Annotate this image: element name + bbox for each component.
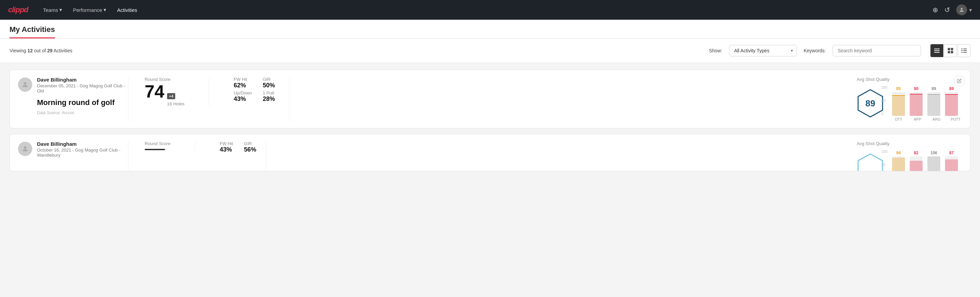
keywords-label: Keywords: xyxy=(804,48,826,53)
gir-label: GIR xyxy=(263,77,281,82)
fw-hit-section: FW Hit 62% xyxy=(234,77,251,89)
putt-fill xyxy=(945,95,958,116)
activity-card-2: Dave Billingham October 16, 2021 - Gog M… xyxy=(10,134,970,171)
updown-label: Up/Down xyxy=(234,90,251,96)
performance-label: Performance xyxy=(73,7,102,13)
ott-track xyxy=(892,92,905,116)
bar-putt: 89 xyxy=(945,86,958,116)
label-app: APP xyxy=(911,117,924,121)
round-score-section: Round Score 74 +4 18 Holes xyxy=(145,77,185,106)
keyword-input[interactable] xyxy=(833,45,921,56)
activities-label: Activities xyxy=(117,7,137,13)
shot-quality-label-2: Avg Shot Quality xyxy=(857,141,962,146)
shot-quality-wrap-2: Avg Shot Quality 100 xyxy=(857,141,962,171)
one-putt-label: 1 Putt xyxy=(263,90,281,96)
avatar xyxy=(956,5,967,15)
player-name-2: Dave Billingham xyxy=(37,141,132,147)
bars-container-2: 100 50 0 94 xyxy=(892,150,962,171)
score-wrap: 74 +4 18 Holes xyxy=(145,83,185,106)
activity-name: Morning round of golf xyxy=(37,98,132,107)
bar-app-2: 82 xyxy=(910,150,923,171)
fw-hit-value-2: 43% xyxy=(220,146,233,153)
bars-container: 100 50 0 85 xyxy=(892,85,962,116)
ott-fill xyxy=(892,96,905,116)
shot-quality-label: Avg Shot Quality xyxy=(857,77,962,82)
svg-rect-12 xyxy=(961,52,963,53)
edit-button[interactable] xyxy=(954,75,965,86)
viewing-total: 29 xyxy=(47,48,52,53)
svg-rect-4 xyxy=(948,48,950,50)
bar-putt-2: 87 xyxy=(945,150,958,171)
date-course: December 05, 2021 - Gog Magog Golf Club … xyxy=(37,83,132,93)
view-grid-button[interactable] xyxy=(944,44,957,57)
hexagon-value: 89 xyxy=(865,98,875,109)
bar-chart-2: 100 50 0 94 xyxy=(892,150,962,171)
bar-app: 90 xyxy=(910,86,923,116)
round-score-value: 74 xyxy=(145,83,164,100)
y-100: 100 xyxy=(881,85,887,89)
bar-chart: 100 50 0 85 xyxy=(892,85,962,121)
nav-link-performance[interactable]: Performance ▾ xyxy=(73,7,106,13)
app-value: 90 xyxy=(914,86,918,91)
card-stats: Round Score 74 +4 18 Holes FW Hit 62% xyxy=(137,77,281,106)
score-placeholder xyxy=(145,149,165,150)
activity-type-select[interactable]: All Activity Types xyxy=(729,45,797,56)
main-content: Dave Billingham December 05, 2021 - Gog … xyxy=(0,63,980,297)
svg-point-16 xyxy=(24,147,26,149)
one-putt-section: 1 Putt 28% xyxy=(263,90,281,103)
logo: clippd xyxy=(8,5,28,14)
round-score-label-2: Round Score xyxy=(145,141,170,146)
svg-rect-8 xyxy=(961,49,963,49)
fw-hit-section-2: FW Hit 43% xyxy=(220,141,233,153)
user-chevron-icon: ▾ xyxy=(969,7,972,13)
holes-label: 18 Holes xyxy=(167,101,185,106)
nav-link-activities[interactable]: Activities xyxy=(117,7,137,13)
svg-point-0 xyxy=(961,8,963,10)
user-menu[interactable]: ▾ xyxy=(956,5,972,15)
svg-rect-6 xyxy=(948,51,950,53)
player-name: Dave Billingham xyxy=(37,77,132,83)
arg-track xyxy=(928,92,940,116)
fw-hit-value: 62% xyxy=(234,82,251,89)
bar-ott: 85 xyxy=(892,86,905,116)
data-source: Data Source: Arccos xyxy=(37,110,132,115)
viewing-count: 12 xyxy=(27,48,33,53)
view-list-compact-button[interactable] xyxy=(931,44,943,57)
putt-tick xyxy=(945,94,958,95)
label-ott: OTT xyxy=(892,117,905,121)
card-inner-2: Dave Billingham October 16, 2021 - Gog M… xyxy=(18,141,962,171)
arg-tick xyxy=(928,94,940,95)
app-fill xyxy=(910,94,923,116)
player-avatar-2 xyxy=(18,142,32,156)
bar-labels: OTT APP ARG PUTT xyxy=(892,117,962,121)
stats-grid: FW Hit 62% GIR 50% Up/Down 43% 1 Putt 28… xyxy=(234,77,281,103)
one-putt-value: 28% xyxy=(263,96,281,103)
round-score-section-2: Round Score xyxy=(145,141,170,150)
view-list-button[interactable] xyxy=(958,44,970,57)
y-50: 50 xyxy=(881,99,887,103)
shot-quality-wrap: Avg Shot Quality 89 xyxy=(857,77,962,121)
card-meta-2: Dave Billingham October 16, 2021 - Gog M… xyxy=(37,141,132,158)
nav-link-teams[interactable]: Teams ▾ xyxy=(43,7,62,13)
add-icon[interactable]: ⊕ xyxy=(932,6,938,14)
updown-section: Up/Down 43% xyxy=(234,90,251,103)
fw-hit-label-2: FW Hit xyxy=(220,141,233,146)
svg-rect-11 xyxy=(963,50,967,51)
fw-hit-label: FW Hit xyxy=(234,77,251,82)
show-label: Show: xyxy=(709,48,722,53)
shot-quality-section-2: Avg Shot Quality 100 xyxy=(846,141,962,171)
filters-bar: Viewing 12 out of 29 Activities Show: Al… xyxy=(0,39,980,63)
navbar: clippd Teams ▾ Performance ▾ Activities … xyxy=(0,0,980,20)
svg-rect-7 xyxy=(951,51,953,53)
page-title: My Activities xyxy=(10,25,55,38)
viewing-suffix: Activities xyxy=(52,48,72,53)
svg-rect-2 xyxy=(934,50,940,51)
app-track xyxy=(910,92,923,116)
svg-rect-3 xyxy=(934,52,940,53)
refresh-icon[interactable]: ↺ xyxy=(944,6,950,14)
gir-value-2: 56% xyxy=(244,146,258,153)
divider-c2-2 xyxy=(195,141,195,153)
card-identity: Dave Billingham December 05, 2021 - Gog … xyxy=(18,77,120,115)
arg-value: 89 xyxy=(931,86,936,91)
teams-label: Teams xyxy=(43,7,58,13)
